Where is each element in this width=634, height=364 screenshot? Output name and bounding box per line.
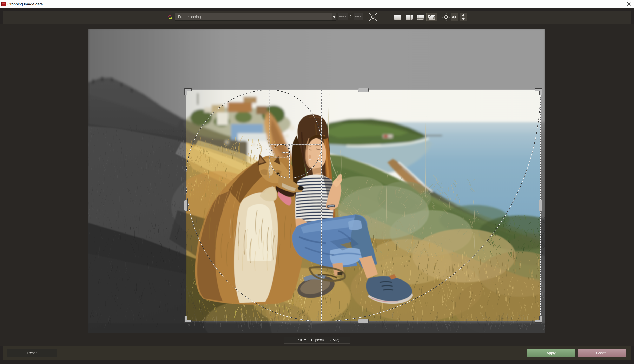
svg-text:Free cropping: Free cropping bbox=[178, 15, 201, 19]
svg-text:Cropping image data: Cropping image data bbox=[8, 2, 43, 6]
svg-text:1710 x 1111 pixels (1.9 MP): 1710 x 1111 pixels (1.9 MP) bbox=[295, 338, 339, 342]
svg-text:Apply: Apply bbox=[546, 351, 556, 355]
svg-text:Reset: Reset bbox=[27, 351, 37, 355]
svg-text:Cancel: Cancel bbox=[596, 351, 607, 355]
